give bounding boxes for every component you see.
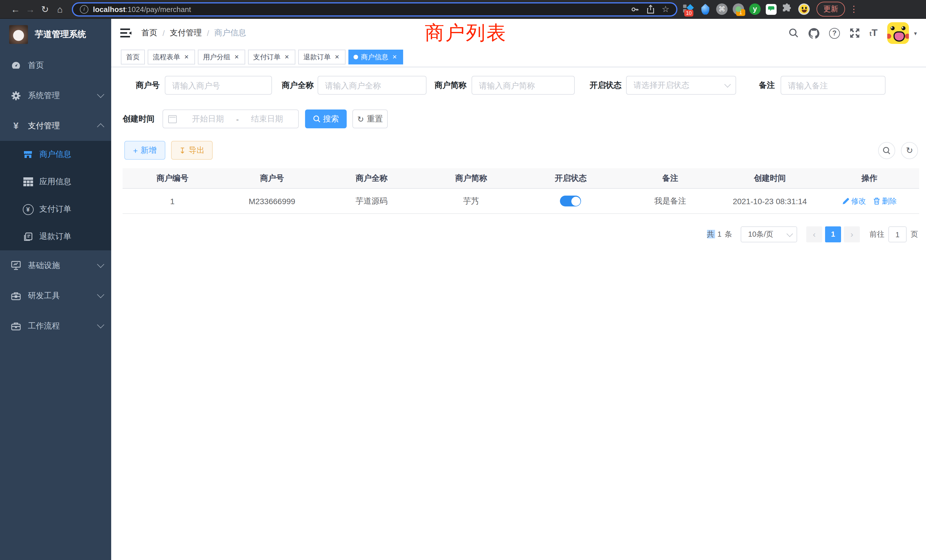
briefcase-icon — [10, 321, 22, 330]
create-time-daterange[interactable]: 开始日期 - 结束日期 — [162, 109, 299, 128]
breadcrumb-pay[interactable]: 支付管理 — [170, 28, 202, 38]
active-tab-dot — [354, 55, 358, 59]
tab-process-form[interactable]: 流程表单× — [148, 50, 195, 64]
logo-rabbit-image — [9, 25, 28, 44]
current-page-button[interactable]: 1 — [825, 226, 841, 242]
avatar-caret-icon[interactable]: ▾ — [914, 30, 917, 36]
sidebar-item-pay-order[interactable]: ¥ 支付订单 — [0, 195, 111, 223]
remark-input[interactable] — [781, 76, 885, 95]
goto-page-input[interactable] — [888, 226, 906, 242]
add-button[interactable]: +新增 — [124, 141, 165, 160]
prev-page-button[interactable]: ‹ — [806, 226, 822, 242]
browser-update-button[interactable]: 更新 — [817, 2, 845, 17]
breadcrumb-home[interactable]: 首页 — [141, 28, 157, 38]
share-icon[interactable] — [646, 5, 654, 14]
password-key-icon[interactable] — [630, 5, 639, 14]
table-header-row: 商户编号 商户号 商户全称 商户简称 开启状态 备注 创建时间 操作 — [123, 168, 919, 189]
browser-menu-icon[interactable]: ⋮ — [850, 4, 856, 14]
tab-home[interactable]: 首页 — [121, 50, 145, 64]
close-icon[interactable]: × — [283, 50, 290, 64]
logo-row[interactable]: 芋道管理系统 — [0, 19, 111, 50]
chevron-down-icon — [97, 321, 104, 328]
col-header: 备注 — [620, 173, 720, 183]
sidebar-item-refund-order[interactable]: 退款订单 — [0, 223, 111, 250]
site-info-icon[interactable]: i — [80, 5, 88, 14]
sidebar-item-infra[interactable]: 基础设施 — [0, 250, 111, 281]
edit-link[interactable]: 修改 — [842, 196, 866, 206]
merchant-no-input[interactable] — [165, 76, 272, 95]
close-icon[interactable]: × — [334, 50, 340, 64]
font-size-icon[interactable]: tT — [870, 27, 878, 39]
short-name-input[interactable] — [472, 76, 575, 95]
status-toggle[interactable] — [560, 195, 581, 206]
close-icon[interactable]: × — [183, 50, 190, 64]
pagination-goto: 前往 页 — [870, 226, 918, 242]
filter-row-2: 创建时间 开始日期 - 结束日期 搜索 ↻重置 — [123, 109, 919, 128]
extension-blocks-icon[interactable]: 10 — [683, 3, 694, 15]
search-button[interactable]: 搜索 — [305, 109, 346, 128]
date-end-placeholder[interactable]: 结束日期 — [241, 114, 293, 124]
sidebar-item-workflow[interactable]: 工作流程 — [0, 311, 111, 341]
browser-reload-button[interactable]: ↻ — [38, 0, 53, 18]
bookmark-star-icon[interactable]: ☆ — [662, 4, 669, 14]
close-icon[interactable]: × — [233, 50, 240, 64]
page-content: 商户号 商户全称 商户简称 开启状态 请选择开启状态 备注 创建时间 — [111, 67, 926, 560]
browser-profile-avatar[interactable] — [798, 3, 809, 15]
export-button[interactable]: ↧导出 — [171, 141, 213, 160]
tab-refund-order[interactable]: 退款订单× — [298, 50, 345, 64]
breadcrumb-separator: / — [162, 29, 165, 38]
extension-green-icon[interactable] — [766, 4, 776, 15]
col-header: 商户号 — [222, 173, 322, 183]
plus-icon: + — [133, 146, 138, 155]
search-icon[interactable] — [788, 28, 799, 38]
extension-record-icon[interactable]: 1 — [733, 3, 744, 15]
next-page-button[interactable]: › — [844, 226, 860, 242]
browser-forward-button[interactable]: → — [23, 0, 38, 18]
sidebar-item-devtools[interactable]: 研发工具 — [0, 281, 111, 311]
extension-drop-icon[interactable] — [701, 4, 709, 15]
close-icon[interactable]: × — [391, 50, 398, 64]
delete-link[interactable]: 删除 — [873, 196, 897, 206]
sidebar-item-system[interactable]: 系统管理 — [0, 80, 111, 110]
table-row: 1 M233666999 芋道源码 芋艿 我是备注 2021-10-23 08:… — [123, 189, 919, 213]
status-select[interactable]: 请选择开启状态 — [626, 76, 736, 95]
sidebar-item-home[interactable]: 首页 — [0, 50, 111, 80]
chevron-down-icon — [97, 291, 104, 298]
help-icon[interactable]: ? — [829, 28, 840, 38]
date-start-placeholder[interactable]: 开始日期 — [182, 114, 234, 124]
short-name-label: 商户简称 — [423, 76, 466, 95]
tab-user-group[interactable]: 用户分组× — [198, 50, 245, 64]
fullscreen-icon[interactable] — [850, 28, 860, 38]
github-icon[interactable] — [808, 28, 819, 38]
col-header: 商户编号 — [123, 173, 222, 183]
app-title: 芋道管理系统 — [35, 29, 86, 40]
goto-label: 前往 — [870, 229, 884, 239]
merchant-no-label: 商户号 — [123, 76, 160, 95]
extensions-puzzle-icon[interactable] — [782, 3, 793, 15]
user-avatar[interactable] — [887, 22, 909, 44]
page-size-select[interactable]: 10条/页 — [741, 226, 797, 242]
merchant-table: 商户编号 商户号 商户全称 商户简称 开启状态 备注 创建时间 操作 1 M23… — [123, 168, 919, 214]
show-search-button[interactable] — [878, 142, 895, 159]
reset-button[interactable]: ↻重置 — [353, 109, 388, 128]
browser-back-button[interactable]: ← — [8, 0, 23, 18]
cell-full-name: 芋道源码 — [322, 196, 421, 206]
url-bar[interactable]: i localhost:1024/pay/merchant ☆ — [72, 2, 677, 16]
sidebar-item-app-info[interactable]: 应用信息 — [0, 168, 111, 195]
tab-pay-order[interactable]: 支付订单× — [248, 50, 295, 64]
refresh-button[interactable]: ↻ — [901, 142, 918, 159]
full-name-input[interactable] — [318, 76, 427, 95]
browser-home-button[interactable]: ⌂ — [53, 0, 67, 18]
cell-short-name: 芋艿 — [421, 196, 521, 206]
extension-command-icon[interactable]: ⌘ — [716, 3, 728, 15]
create-time-label: 创建时间 — [123, 109, 154, 128]
extension-y-icon[interactable]: y — [749, 3, 761, 15]
shop-icon — [22, 150, 34, 160]
sidebar-item-pay[interactable]: ¥ 支付管理 — [0, 110, 111, 141]
sidebar-item-label: 工作流程 — [28, 321, 98, 331]
tab-merchant-info[interactable]: 商户信息× — [348, 50, 403, 64]
filter-row-1: 商户号 商户全称 商户简称 开启状态 请选择开启状态 备注 — [123, 76, 919, 95]
sidebar-item-merchant-info[interactable]: 商户信息 — [0, 141, 111, 168]
url-text[interactable]: localhost:1024/pay/merchant — [93, 5, 191, 14]
sidebar-collapse-icon[interactable] — [120, 28, 132, 38]
